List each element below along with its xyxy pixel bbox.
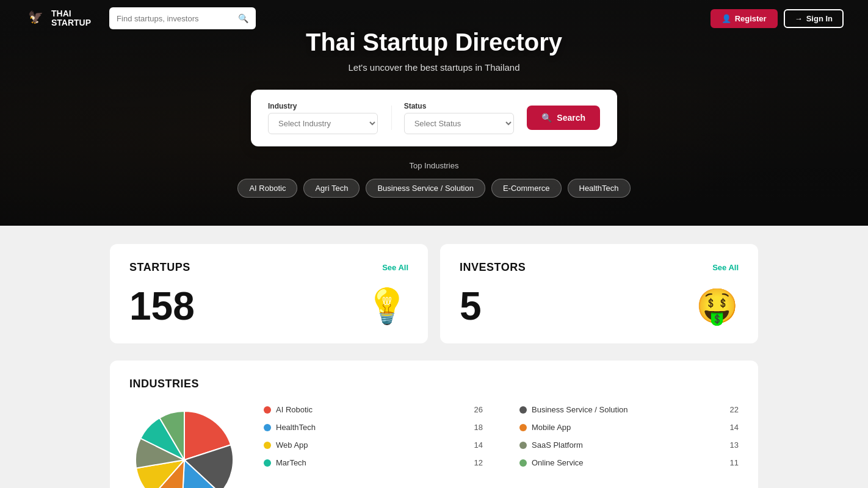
legend-col-left: AI Robotic 26 HealthTech 18 bbox=[264, 405, 483, 467]
search-button[interactable]: 🔍 Search bbox=[527, 106, 600, 130]
label-martech: MarTech bbox=[276, 458, 306, 467]
top-industries-label: Top Industries bbox=[410, 161, 459, 170]
legend-item-martech: MarTech 12 bbox=[264, 458, 483, 467]
count-mobile-app: 14 bbox=[730, 423, 739, 432]
signin-button[interactable]: → Sign In bbox=[784, 9, 844, 28]
status-select[interactable]: Select Status Active Inactive bbox=[404, 113, 514, 134]
register-button[interactable]: 👤 Register bbox=[711, 9, 778, 28]
industries-card: INDUSTRIES AI Robotic 26 bbox=[110, 361, 758, 488]
tag-ai-robotic[interactable]: AI Robotic bbox=[237, 179, 297, 198]
count-ai-robotic: 26 bbox=[474, 405, 483, 414]
svg-text:🦅: 🦅 bbox=[28, 10, 43, 24]
thai-startup-logo-icon: 🦅 bbox=[24, 7, 46, 29]
dot-ai-robotic bbox=[264, 406, 271, 414]
legend-col-right: Business Service / Solution 22 Mobile Ap… bbox=[519, 405, 739, 467]
nav-search-input[interactable] bbox=[117, 14, 233, 23]
legend-item-biz-service: Business Service / Solution 22 bbox=[519, 405, 739, 414]
count-online-service: 11 bbox=[730, 458, 739, 467]
legend-item-mobile-app: Mobile App 14 bbox=[519, 423, 739, 432]
label-healthtech: HealthTech bbox=[276, 423, 316, 432]
legend-item-webapp: Web App 14 bbox=[264, 440, 483, 450]
investors-icon: 🤑 bbox=[696, 286, 739, 326]
industries-chart bbox=[129, 405, 239, 488]
dot-mobile-app bbox=[519, 424, 527, 431]
legend-item-saas: SaaS Platform 13 bbox=[519, 440, 739, 450]
industry-field: Industry Select Industry AI Robotic Agri… bbox=[268, 102, 379, 134]
main-content: STARTUPS See All 158 💡 INVESTORS See All… bbox=[0, 226, 868, 488]
label-saas: SaaS Platform bbox=[532, 440, 583, 450]
status-field: Status Select Status Active Inactive bbox=[404, 102, 515, 134]
tag-business-service[interactable]: Business Service / Solution bbox=[366, 179, 485, 198]
startups-card: STARTUPS See All 158 💡 bbox=[110, 244, 428, 343]
search-icon: 🔍 bbox=[541, 113, 552, 123]
hero-search-panel: Industry Select Industry AI Robotic Agri… bbox=[251, 90, 617, 146]
industry-select[interactable]: Select Industry AI Robotic Agri Tech Bus… bbox=[268, 113, 378, 134]
industries-title: INDUSTRIES bbox=[129, 378, 739, 390]
nav-search-icon: 🔍 bbox=[238, 13, 248, 23]
label-biz-service: Business Service / Solution bbox=[532, 405, 628, 414]
count-biz-service: 22 bbox=[730, 405, 739, 414]
count-healthtech: 18 bbox=[474, 423, 483, 432]
startups-card-header: STARTUPS See All bbox=[129, 261, 408, 274]
legend-item-healthtech: HealthTech 18 bbox=[264, 423, 483, 432]
investors-title: INVESTORS bbox=[460, 261, 526, 274]
industry-tags-row: AI Robotic Agri Tech Business Service / … bbox=[237, 179, 630, 198]
logo-text: THAI STARTUP bbox=[51, 9, 91, 28]
logo[interactable]: 🦅 THAI STARTUP bbox=[24, 7, 91, 29]
count-saas: 13 bbox=[730, 440, 739, 450]
hero-subtitle: Let's uncover the best startups in Thail… bbox=[348, 62, 519, 73]
investors-card-header: INVESTORS See All bbox=[460, 261, 739, 274]
industry-label: Industry bbox=[268, 102, 379, 110]
label-webapp: Web App bbox=[276, 440, 308, 450]
investors-count: 5 bbox=[460, 287, 482, 326]
dot-martech bbox=[264, 459, 271, 467]
dot-healthtech bbox=[264, 424, 271, 431]
navbar: 🦅 THAI STARTUP 🔍 👤 Register → Sign In bbox=[0, 0, 868, 37]
register-icon: 👤 bbox=[722, 14, 731, 23]
startups-card-body: 158 💡 bbox=[129, 286, 408, 326]
investors-see-all[interactable]: See All bbox=[712, 263, 739, 272]
startups-count: 158 bbox=[129, 287, 195, 326]
startups-icon: 💡 bbox=[366, 286, 408, 326]
dot-biz-service bbox=[519, 406, 527, 414]
dot-webapp bbox=[264, 442, 271, 449]
stats-row: STARTUPS See All 158 💡 INVESTORS See All… bbox=[110, 244, 758, 343]
tag-agri-tech[interactable]: Agri Tech bbox=[303, 179, 360, 198]
investors-card: INVESTORS See All 5 🤑 bbox=[440, 244, 758, 343]
label-online-service: Online Service bbox=[532, 458, 584, 467]
startups-title: STARTUPS bbox=[129, 261, 190, 274]
nav-search-bar[interactable]: 🔍 bbox=[109, 7, 256, 29]
pie-chart-svg bbox=[129, 405, 239, 488]
status-label: Status bbox=[404, 102, 515, 110]
industries-legend: AI Robotic 26 HealthTech 18 bbox=[264, 405, 739, 467]
industries-body: AI Robotic 26 HealthTech 18 bbox=[129, 405, 739, 488]
legend-item-online-service: Online Service 11 bbox=[519, 458, 739, 467]
tag-e-commerce[interactable]: E-Commerce bbox=[491, 179, 562, 198]
tag-healthtech[interactable]: HealthTech bbox=[568, 179, 631, 198]
label-mobile-app: Mobile App bbox=[532, 423, 571, 432]
dot-online-service bbox=[519, 459, 527, 467]
dot-saas bbox=[519, 442, 527, 449]
label-ai-robotic: AI Robotic bbox=[276, 405, 313, 414]
count-webapp: 14 bbox=[474, 440, 483, 450]
legend-item-ai-robotic: AI Robotic 26 bbox=[264, 405, 483, 414]
startups-see-all[interactable]: See All bbox=[382, 263, 408, 272]
investors-card-body: 5 🤑 bbox=[460, 286, 739, 326]
count-martech: 12 bbox=[474, 458, 483, 467]
signin-icon: → bbox=[795, 14, 803, 23]
search-divider bbox=[391, 106, 392, 130]
top-industries: Top Industries AI Robotic Agri Tech Busi… bbox=[237, 161, 630, 198]
